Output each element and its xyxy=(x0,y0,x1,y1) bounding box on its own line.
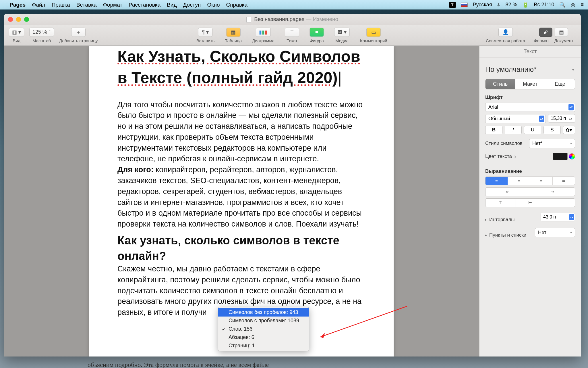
canvas-area[interactable]: Как Узнать, Сколько Символов в Тексте (п… xyxy=(4,46,479,356)
table-label: Таблица xyxy=(225,38,242,43)
battery-percent[interactable]: 82 % xyxy=(505,2,517,8)
word-count-popup[interactable]: Символов без пробелов: 943 Символов с пр… xyxy=(218,307,309,351)
valign-bottom[interactable]: ⊥ xyxy=(545,199,575,207)
doc-paragraph-1[interactable]: Для того чтобы посчитать количество знак… xyxy=(117,99,365,165)
inspector-tabs[interactable]: Стиль Макет Еще xyxy=(485,79,575,89)
align-right[interactable]: ≡ xyxy=(530,177,553,185)
indent-controls[interactable]: ⇤ ⇥ xyxy=(485,187,575,196)
alignment-label: Выравнивание xyxy=(485,168,575,174)
media-label: Медиа xyxy=(335,38,349,43)
outdent-button[interactable]: ⇤ xyxy=(486,188,530,196)
format-label: Формат xyxy=(534,38,549,43)
wc-words[interactable]: ✓Слов: 156 xyxy=(218,325,309,333)
lists-disclosure[interactable]: ▸Пункты и списки xyxy=(485,232,526,238)
modified-indicator: — Изменено xyxy=(304,16,338,22)
comment-button[interactable]: ▭ xyxy=(366,28,381,37)
valign-middle[interactable]: ⊢ xyxy=(515,199,545,207)
table-button[interactable]: ▦ xyxy=(226,28,241,37)
doc-heading-2[interactable]: Как узнать, сколько символов в тексте он… xyxy=(117,233,365,264)
collab-label: Совместная работа xyxy=(486,38,525,43)
spotlight-icon[interactable]: 🔍 xyxy=(559,2,566,8)
zoom-button[interactable]: 125 %˅ xyxy=(29,28,54,37)
background-text: объясним подробно. Эта формула помога в … xyxy=(88,361,269,368)
menu-help[interactable]: Справка xyxy=(226,2,248,8)
window-title: Без названия.pages — Изменено xyxy=(4,16,581,22)
insert-label: Вставить xyxy=(196,38,215,43)
doc-heading-1[interactable]: Как Узнать, Сколько Символов в Тексте (п… xyxy=(117,46,365,89)
tab-more[interactable]: Еще xyxy=(545,79,575,89)
tab-layout[interactable]: Макет xyxy=(515,79,545,89)
horizontal-alignment[interactable]: ≡ ≡ ≡ ≣ xyxy=(485,177,575,185)
char-styles-picker[interactable]: Нет*▾ xyxy=(529,139,575,148)
add-page-button[interactable]: ＋ xyxy=(71,28,86,37)
media-button[interactable]: 🖼 ▾ xyxy=(334,28,350,37)
battery-icon[interactable]: 🔋 xyxy=(522,2,529,8)
tab-style[interactable]: Стиль xyxy=(486,79,515,89)
siri-icon[interactable]: ◎ xyxy=(571,2,575,8)
clock[interactable]: Вс 21:10 xyxy=(534,2,554,8)
chart-button[interactable]: ▮▮▮ xyxy=(256,28,271,37)
spacing-disclosure[interactable]: ▸Интервалы xyxy=(485,217,515,223)
wc-chars-with-spaces[interactable]: Символов с пробелами: 1089 xyxy=(218,317,309,325)
paragraph-style-picker[interactable]: По умолчанию*▼ xyxy=(485,62,575,79)
doc-paragraph-2[interactable]: Для кого: копирайтеров, рерайтеров, авто… xyxy=(117,164,365,230)
underline-button[interactable]: U xyxy=(524,126,541,134)
text-label: Текст xyxy=(287,38,297,43)
menu-arrange[interactable]: Расстановка xyxy=(129,2,160,8)
chart-label: Диаграмма xyxy=(252,38,274,43)
menu-edit[interactable]: Правка xyxy=(52,2,70,8)
menu-insert[interactable]: Вставка xyxy=(76,2,97,8)
font-weight-picker[interactable]: Обычный▴▾ xyxy=(485,114,546,123)
text-input-icon[interactable]: T xyxy=(449,2,456,8)
document-button[interactable]: ▤ xyxy=(555,28,568,37)
font-family-picker[interactable]: Arial▴▾ xyxy=(485,103,575,112)
titlebar: Без названия.pages — Изменено xyxy=(4,14,581,25)
font-size-stepper[interactable]: 15,33 п▴▾ xyxy=(548,114,575,123)
control-center-icon[interactable]: ≡ xyxy=(581,2,584,8)
align-left[interactable]: ≡ xyxy=(486,177,508,185)
text-color-swatch[interactable] xyxy=(553,153,568,160)
valign-top[interactable]: ⊤ xyxy=(486,199,515,207)
char-styles-label: Стили символов xyxy=(485,141,523,146)
toolbar: ▥ ▾ Вид 125 %˅ Масштаб ＋ Добавить страни… xyxy=(4,25,581,46)
view-button[interactable]: ▥ ▾ xyxy=(9,28,24,37)
menu-format[interactable]: Формат xyxy=(103,2,123,8)
lists-picker[interactable]: Нет▾ xyxy=(535,228,575,237)
wc-chars-no-spaces[interactable]: Символов без пробелов: 943 xyxy=(218,308,309,317)
vertical-alignment[interactable]: ⊤ ⊢ ⊥ xyxy=(485,198,575,207)
collaborate-button[interactable]: 👤 xyxy=(498,28,513,37)
menu-view[interactable]: Вид xyxy=(167,2,177,8)
menu-share[interactable]: Доступ xyxy=(183,2,201,8)
color-wheel-button[interactable] xyxy=(569,153,575,160)
align-center[interactable]: ≡ xyxy=(508,177,530,185)
text-color-label: Цвет текста ◇ xyxy=(485,154,516,159)
app-name[interactable]: Pages xyxy=(9,2,26,8)
italic-button[interactable]: I xyxy=(505,126,522,134)
document-name[interactable]: Без названия.pages xyxy=(254,16,304,22)
bold-button[interactable]: B xyxy=(485,126,502,134)
comment-label: Комментарий xyxy=(360,38,387,43)
spacing-value[interactable]: 43,0 пт▴▾ xyxy=(541,213,575,221)
strikethrough-button[interactable]: S xyxy=(543,126,561,134)
format-button[interactable]: 🖌 xyxy=(539,28,552,37)
input-flag-icon[interactable] xyxy=(461,3,468,7)
add-page-label: Добавить страницу xyxy=(59,38,98,43)
font-label: Шрифт xyxy=(485,95,575,100)
font-options-button[interactable]: ✿▾ xyxy=(563,126,575,134)
shape-button[interactable]: ■ xyxy=(310,28,324,37)
inspector-title: Текст xyxy=(479,46,581,58)
input-language[interactable]: Русская xyxy=(473,2,492,8)
wc-paragraphs[interactable]: Абзацев: 6 xyxy=(218,333,309,342)
indent-button[interactable]: ⇥ xyxy=(530,188,575,196)
align-justify[interactable]: ≣ xyxy=(553,177,575,185)
wifi-icon[interactable]: ⏚ xyxy=(497,2,500,8)
format-inspector: Текст По умолчанию*▼ Стиль Макет Еще Шри… xyxy=(479,46,581,356)
document-icon xyxy=(246,17,251,22)
text-button[interactable]: T xyxy=(285,28,299,37)
menubar: Pages Файл Правка Вставка Формат Расстан… xyxy=(0,0,588,9)
menu-file[interactable]: Файл xyxy=(32,2,45,8)
wc-pages[interactable]: Страниц: 1 xyxy=(218,342,309,350)
menu-window[interactable]: Окно xyxy=(207,2,220,8)
view-label: Вид xyxy=(13,38,20,43)
insert-button[interactable]: ¶ ▾ xyxy=(198,28,212,37)
